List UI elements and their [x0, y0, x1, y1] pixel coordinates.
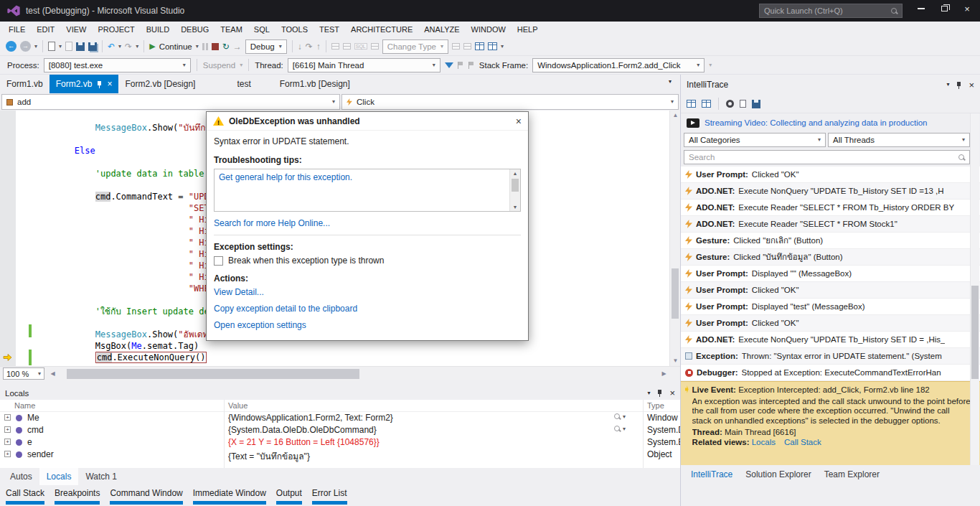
intellitrace-event[interactable]: User Prompt:Clicked "OK" [681, 167, 980, 183]
add-item-icon[interactable] [65, 42, 72, 51]
intellitrace-event[interactable]: Gesture:Clicked "บันทึกข้อมูล" (Button) [681, 249, 980, 266]
scroll-up-icon[interactable]: ▲ [670, 111, 680, 121]
minimize-button[interactable] [910, 0, 933, 17]
scrollbar-thumb[interactable] [672, 268, 679, 319]
intellitrace-events-toolbar-icon[interactable] [475, 42, 484, 50]
tab-test[interactable]: test [230, 75, 257, 93]
categories-dropdown[interactable]: All Categories▾ [684, 133, 826, 147]
pin-icon[interactable] [656, 389, 663, 397]
suspend-button[interactable]: Suspend [203, 61, 235, 70]
view-detail-link[interactable]: View Detail... [214, 287, 521, 297]
change-type-dropdown[interactable]: Change Type▾ [382, 39, 448, 54]
pin-icon[interactable] [956, 81, 962, 89]
redo-icon[interactable]: ↷ [125, 42, 132, 51]
magnifier-icon[interactable] [614, 426, 621, 432]
menu-project[interactable]: PROJECT [92, 22, 140, 37]
window-position-chevron-icon[interactable]: ▾ [946, 82, 949, 88]
window-tab-immediate-window[interactable]: Immediate Window [193, 488, 266, 506]
menu-build[interactable]: BUILD [141, 22, 175, 37]
schema-compare-icon[interactable] [331, 43, 339, 50]
tab-form1-vb[interactable]: Form1.vb [0, 75, 50, 93]
menu-view[interactable]: VIEW [60, 22, 92, 37]
tool-tab-watch-1[interactable]: Watch 1 [78, 468, 124, 485]
copy-exception-link[interactable]: Copy exception detail to the clipboard [214, 304, 521, 314]
live-event-selected[interactable]: Live Event: Exception Intercepted: add_C… [681, 381, 980, 465]
intellitrace-event[interactable]: Gesture:Clicked "ยกเลิก" (Button) [681, 233, 980, 249]
intellitrace-event[interactable]: ADO.NET:Execute NonQuery "UPDATE Tb_Hist… [681, 332, 980, 348]
tool-tab-autos[interactable]: Autos [3, 468, 39, 485]
scrollbar-thumb[interactable] [512, 179, 519, 192]
menu-help[interactable]: HELP [512, 22, 544, 37]
scrollbar-thumb[interactable] [971, 286, 979, 379]
close-button[interactable]: × [956, 0, 979, 17]
code-line[interactable]: cmd.ExecuteNonQuery() [33, 352, 669, 363]
search-input[interactable]: Search [684, 150, 970, 164]
events-view-icon[interactable] [687, 100, 696, 108]
breakpoint-margin[interactable] [0, 111, 16, 366]
flag-threads-icon[interactable] [458, 62, 464, 69]
intellitrace-event[interactable]: User Prompt:Clicked "OK" [681, 315, 980, 332]
expand-icon[interactable]: + [4, 426, 11, 433]
general-help-link[interactable]: Get general help for this exception. [219, 172, 352, 182]
calls-view-icon[interactable] [702, 100, 711, 108]
data-compare-icon[interactable] [343, 43, 351, 50]
quick-launch-input[interactable]: Quick Launch (Ctrl+Q) [759, 4, 903, 18]
undo-chevron-icon[interactable]: ▾ [118, 44, 121, 50]
results-text-icon[interactable] [463, 43, 471, 50]
suspend-chevron-icon[interactable]: ▾ [240, 62, 242, 68]
related-view-link-call-stack[interactable]: Call Stack [784, 438, 821, 446]
stop-debugging-icon[interactable] [212, 43, 219, 50]
menu-debug[interactable]: DEBUG [175, 22, 215, 37]
menu-tools[interactable]: TOOLS [275, 22, 314, 37]
window-tab-call-stack[interactable]: Call Stack [6, 488, 44, 506]
menu-edit[interactable]: EDIT [31, 22, 60, 37]
scroll-up-icon[interactable]: ▲ [510, 171, 520, 176]
save-icon[interactable] [76, 42, 85, 51]
step-out-icon[interactable]: ↑ [316, 42, 321, 51]
intellitrace-event[interactable]: Exception:Thrown: "Syntax error in UPDAT… [681, 348, 980, 365]
scrollbar-thumb[interactable] [67, 369, 359, 379]
toolbar-overflow-chevron-icon[interactable]: ▾ [501, 44, 504, 50]
editor-horizontal-scrollbar[interactable] [58, 367, 659, 381]
menu-file[interactable]: FILE [3, 22, 31, 37]
flagged-only-icon[interactable] [468, 62, 475, 69]
window-position-chevron-icon[interactable]: ▾ [647, 390, 650, 396]
close-icon[interactable]: × [516, 116, 522, 127]
column-divider[interactable] [643, 400, 644, 468]
navigate-forward-icon[interactable]: → [20, 41, 31, 52]
table-designer-icon[interactable] [371, 43, 379, 50]
close-icon[interactable]: × [107, 80, 112, 88]
intellitrace-calls-toolbar-icon[interactable] [488, 42, 497, 50]
object-dropdown[interactable]: add ▾ [1, 94, 340, 110]
locals-row-e[interactable]: +e{X = 21 Y = 16 Button = Left {1048576}… [0, 436, 680, 449]
filter-threads-icon[interactable] [445, 62, 453, 68]
menu-sql[interactable]: SQL [248, 22, 275, 37]
editor-vertical-scrollbar[interactable]: ▲ ▼ [669, 111, 680, 366]
menu-analyze[interactable]: ANALYZE [418, 22, 465, 37]
show-next-statement-icon[interactable]: → [233, 42, 242, 51]
intellitrace-event[interactable]: ADO.NET:Execute Reader "SELECT * FROM Tb… [681, 200, 980, 216]
continue-button[interactable]: Continue [159, 42, 192, 51]
column-value[interactable]: Value [228, 401, 248, 410]
menu-window[interactable]: WINDOW [466, 22, 512, 37]
close-icon[interactable]: × [969, 80, 974, 90]
debug-configuration-dropdown[interactable]: Debug▾ [245, 39, 287, 54]
window-tab-command-window[interactable]: Command Window [110, 488, 182, 506]
stack-frame-dropdown[interactable]: WindowsApplication1.Form2.add_Click▾ [532, 58, 705, 72]
locals-row-sender[interactable]: +sender{Text = "บันทึกข้อมูล"}Object [0, 449, 680, 461]
chevron-down-icon[interactable]: ▾ [623, 426, 626, 432]
thread-dropdown[interactable]: [6616] Main Thread▾ [288, 58, 440, 72]
restart-icon[interactable]: ↻ [222, 42, 230, 52]
streaming-video-link[interactable]: Streaming Video: Collecting and analyzin… [705, 118, 966, 127]
settings-gear-icon[interactable] [726, 100, 734, 108]
save-all-icon[interactable] [88, 42, 97, 51]
undo-icon[interactable]: ↶ [108, 42, 115, 51]
open-exception-settings-link[interactable]: Open exception settings [214, 320, 521, 330]
panel-scrollbar[interactable] [970, 113, 979, 465]
navigation-chevron-icon[interactable]: ▾ [34, 44, 37, 50]
restore-button[interactable] [933, 0, 956, 17]
break-all-icon[interactable] [202, 43, 208, 50]
redo-chevron-icon[interactable]: ▾ [136, 44, 138, 50]
magnifier-icon[interactable] [614, 413, 621, 420]
menu-architecture[interactable]: ARCHITECTURE [345, 22, 418, 37]
